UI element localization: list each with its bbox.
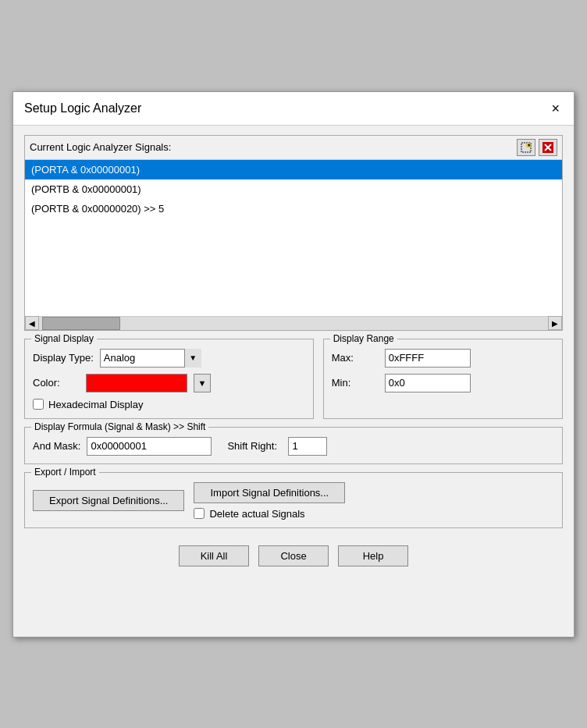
delete-signal-button[interactable] xyxy=(539,139,557,156)
and-mask-label: And Mask: xyxy=(33,440,80,452)
min-row: Min: xyxy=(332,374,554,392)
signal-item[interactable]: (PORTB & 0x00000020) >> 5 xyxy=(25,199,562,218)
max-label: Max: xyxy=(332,352,379,364)
signal-item[interactable]: (PORTA & 0x00000001) xyxy=(25,160,562,179)
and-mask-row: And Mask: xyxy=(33,437,212,456)
close-button[interactable]: Close xyxy=(258,545,329,566)
signal-display-content: Display Type: Analog Digital Hex ▼ Color… xyxy=(33,349,305,410)
scroll-left-button[interactable]: ◀ xyxy=(25,316,39,330)
export-import-legend: Export / Import xyxy=(31,467,99,478)
color-picker-button[interactable]: ▼ xyxy=(194,374,211,392)
signal-display-legend: Signal Display xyxy=(31,333,97,344)
add-signal-button[interactable]: ★ xyxy=(517,139,535,156)
scroll-track[interactable] xyxy=(39,317,548,330)
delete-actual-label: Delete actual Signals xyxy=(209,508,304,520)
delete-icon xyxy=(543,142,553,153)
export-import-content: Export Signal Definitions... Import Sign… xyxy=(33,482,554,520)
display-range-legend: Display Range xyxy=(330,333,397,344)
display-type-row: Display Type: Analog Digital Hex ▼ xyxy=(33,349,305,368)
and-mask-input[interactable] xyxy=(87,437,212,456)
formula-content: And Mask: Shift Right: xyxy=(33,437,554,456)
signal-list-items: (PORTA & 0x00000001) (PORTB & 0x00000001… xyxy=(25,160,562,316)
color-row: Color: ▼ xyxy=(33,374,305,392)
hex-display-row: Hexadecimal Display xyxy=(33,399,305,410)
horizontal-scrollbar[interactable]: ◀ ▶ xyxy=(25,316,562,330)
color-label: Color: xyxy=(33,377,80,389)
svg-text:★: ★ xyxy=(527,143,531,147)
dialog-title: Setup Logic Analyzer xyxy=(24,101,141,115)
max-input[interactable] xyxy=(385,349,471,368)
delete-actual-checkbox[interactable] xyxy=(194,508,205,519)
signal-list-label: Current Logic Analyzer Signals: xyxy=(30,141,171,153)
signal-display-fieldset: Signal Display Display Type: Analog Digi… xyxy=(24,339,314,419)
min-label: Min: xyxy=(332,377,379,389)
color-swatch[interactable] xyxy=(86,374,187,392)
signal-list-section: Current Logic Analyzer Signals: ★ xyxy=(24,135,563,331)
scroll-thumb[interactable] xyxy=(42,317,120,330)
delete-actual-row: Delete actual Signals xyxy=(194,508,345,520)
display-type-select-wrapper: Analog Digital Hex ▼ xyxy=(100,349,201,368)
export-import-fieldset: Export / Import Export Signal Definition… xyxy=(24,472,563,528)
export-signal-definitions-button[interactable]: Export Signal Definitions... xyxy=(33,490,184,511)
display-range-content: Max: Min: xyxy=(332,349,554,392)
formula-fieldset: Display Formula (Signal & Mask) >> Shift… xyxy=(24,427,563,464)
dialog-body: Current Logic Analyzer Signals: ★ xyxy=(13,126,574,637)
help-button[interactable]: Help xyxy=(338,545,408,566)
title-bar: Setup Logic Analyzer × xyxy=(13,92,574,126)
min-input[interactable] xyxy=(385,374,471,392)
import-signal-definitions-button[interactable]: Import Signal Definitions... xyxy=(194,482,345,503)
signal-display-range-row: Signal Display Display Type: Analog Digi… xyxy=(24,339,563,419)
shift-right-label: Shift Right: xyxy=(227,440,282,452)
display-type-select[interactable]: Analog Digital Hex xyxy=(100,349,201,368)
close-window-button[interactable]: × xyxy=(548,100,563,117)
hex-display-checkbox[interactable] xyxy=(33,399,44,410)
shift-right-input[interactable] xyxy=(288,437,327,456)
display-range-fieldset: Display Range Max: Min: xyxy=(323,339,563,419)
signal-list-header: Current Logic Analyzer Signals: ★ xyxy=(25,136,562,160)
hex-display-label: Hexadecimal Display xyxy=(48,399,143,410)
scroll-right-button[interactable]: ▶ xyxy=(548,316,562,330)
kill-all-button[interactable]: Kill All xyxy=(179,545,249,566)
signal-item[interactable]: (PORTB & 0x00000001) xyxy=(25,179,562,199)
formula-legend: Display Formula (Signal & Mask) >> Shift xyxy=(31,421,208,432)
shift-right-row: Shift Right: xyxy=(227,437,327,456)
max-row: Max: xyxy=(332,349,554,368)
bottom-buttons: Kill All Close Help xyxy=(24,536,563,577)
import-right-column: Import Signal Definitions... Delete actu… xyxy=(194,482,345,520)
signal-list-toolbar: ★ xyxy=(517,139,557,156)
display-type-label: Display Type: xyxy=(33,352,94,364)
setup-logic-analyzer-dialog: Setup Logic Analyzer × Current Logic Ana… xyxy=(12,91,575,637)
add-icon: ★ xyxy=(521,142,532,153)
